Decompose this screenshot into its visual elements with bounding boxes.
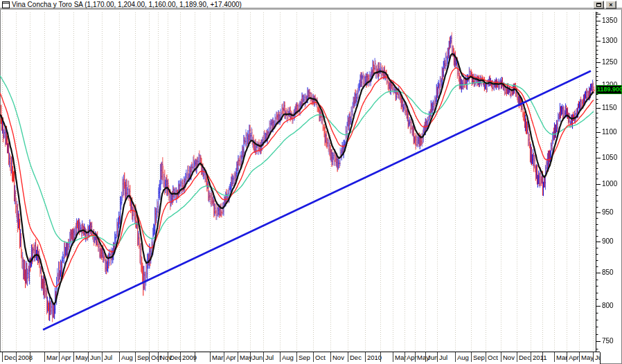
- x-axis-tick: [567, 352, 567, 362]
- y-axis-label: 800: [602, 302, 614, 309]
- x-axis-tick: [88, 352, 89, 362]
- x-axis-tick: [16, 352, 17, 362]
- x-axis-tick: [102, 352, 103, 362]
- x-axis-tick: [250, 352, 251, 362]
- x-axis-tick: [168, 352, 168, 362]
- x-axis-tick: [393, 352, 393, 362]
- restore-icon: [596, 3, 601, 7]
- x-axis-tick: [579, 352, 580, 362]
- y-axis-label: 1100: [602, 128, 617, 136]
- y-axis-label: 1000: [602, 180, 617, 188]
- x-axis-label: Aug: [121, 354, 133, 361]
- x-axis-tick: [415, 352, 416, 362]
- x-axis-label: Sep: [137, 354, 149, 361]
- x-axis-label: Oct: [488, 354, 498, 361]
- x-axis-tick: [501, 352, 501, 362]
- x-axis-label: Aug: [457, 354, 469, 361]
- x-axis-tick: [2, 352, 3, 362]
- restore-button[interactable]: [593, 1, 604, 9]
- x-axis-tick: [593, 352, 594, 362]
- x-axis-label: May: [75, 354, 88, 361]
- x-axis-label: Mar: [556, 354, 567, 361]
- document-icon: [2, 1, 10, 8]
- x-axis-label: Apr: [226, 354, 236, 361]
- y-axis-label: 1050: [602, 154, 617, 161]
- y-axis-label: 1150: [602, 104, 617, 111]
- x-axis-tick: [437, 352, 438, 362]
- metastock-chart-window: Vina Concha y Toro SA (1,170.00, 1,204.0…: [0, 0, 622, 364]
- x-axis-tick: [119, 352, 120, 362]
- x-axis-tick: [280, 352, 281, 362]
- x-axis-label: Dec: [519, 354, 531, 361]
- x-axis-end-line: [600, 352, 601, 364]
- x-axis-tick: [210, 352, 211, 362]
- x-axis-tick: [44, 352, 45, 362]
- x-axis-tick: [380, 352, 381, 362]
- x-axis-label: Nov: [332, 354, 344, 361]
- x-axis-label: Nov: [503, 354, 515, 361]
- x-axis-label: Dec: [4, 354, 16, 361]
- x-axis-label: Oct: [315, 354, 326, 361]
- x-axis-tick: [224, 352, 224, 362]
- x-axis-tick: [73, 352, 74, 362]
- x-axis-tick: [486, 352, 486, 362]
- x-axis-label: 2010: [367, 354, 382, 361]
- x-axis-label: Dec: [350, 354, 362, 361]
- x-axis-tick: [425, 352, 426, 362]
- x-axis-tick: [30, 352, 30, 362]
- x-axis-tick: [405, 352, 405, 362]
- x-axis-tick: [348, 352, 348, 362]
- x-axis-tick: [365, 352, 366, 362]
- x-axis-label: Jun: [252, 354, 263, 361]
- x-axis-label: Sep: [473, 354, 485, 361]
- x-axis-tick: [180, 352, 181, 362]
- x-axis-tick: [135, 352, 136, 362]
- x-axis-tick: [330, 352, 331, 362]
- x-axis-tick: [313, 352, 314, 362]
- x-axis-tick: [455, 352, 456, 362]
- x-axis-band[interactable]: Dec2008MarAprMayJunJulAugSepOctNovDec200…: [0, 352, 600, 364]
- y-axis-label: 1250: [602, 58, 617, 66]
- x-axis-label: Aug: [282, 354, 294, 361]
- x-axis-label: Sep: [299, 354, 310, 361]
- x-axis-tick: [158, 352, 159, 362]
- x-axis-tick: [554, 352, 555, 362]
- x-axis-label: Mar: [46, 354, 57, 361]
- y-axis-label: 1300: [602, 37, 617, 44]
- x-axis-tick: [471, 352, 472, 362]
- window-title: Vina Concha y Toro SA (1,170.00, 1,204.0…: [12, 1, 242, 8]
- x-axis-label: Apr: [569, 354, 579, 361]
- x-axis-label: 2011: [533, 354, 547, 361]
- x-axis-tick: [517, 352, 517, 362]
- chart-window-titlebar[interactable]: Vina Concha y Toro SA (1,170.00, 1,204.0…: [0, 0, 622, 10]
- x-axis-label: Mar: [212, 354, 223, 361]
- x-axis-label: Jun: [595, 354, 600, 361]
- x-axis-tick: [542, 352, 543, 362]
- last-price-badge: 1189.900: [596, 85, 622, 94]
- x-axis-tick: [531, 352, 531, 362]
- x-axis-label: Jun: [90, 354, 100, 361]
- y-axis-label: 950: [602, 208, 614, 216]
- y-axis-label: 850: [602, 269, 614, 276]
- x-axis-tick: [195, 352, 195, 362]
- y-axis-label: 900: [602, 237, 614, 245]
- y-axis-label: 750: [602, 337, 614, 345]
- x-axis-tick: [149, 352, 150, 362]
- price-chart-canvas[interactable]: [0, 0, 622, 364]
- x-axis-label: Jul: [439, 354, 447, 361]
- y-axis-label: 1350: [602, 17, 617, 24]
- x-axis-label: Jul: [104, 354, 112, 361]
- x-axis-tick: [263, 352, 264, 362]
- x-axis-label: Apr: [61, 354, 71, 361]
- x-axis-tick: [59, 352, 60, 362]
- close-button[interactable]: ×: [605, 1, 616, 9]
- x-axis-tick: [296, 352, 297, 362]
- x-axis-label: May: [581, 354, 594, 361]
- x-axis-tick: [238, 352, 238, 362]
- x-axis-label: Jul: [265, 354, 274, 361]
